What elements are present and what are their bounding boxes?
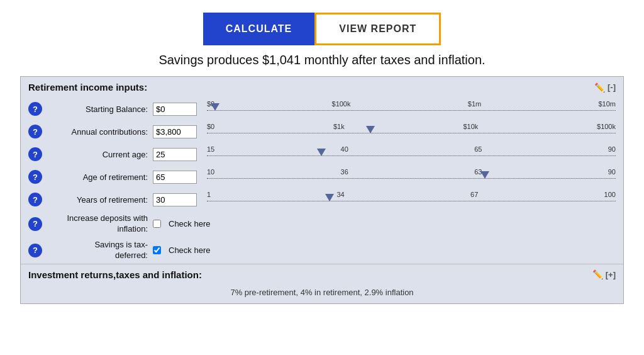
years-of-retirement-slider-labels: 13467100: [207, 191, 616, 198]
current-age-track: [207, 155, 616, 156]
investment-section-header: Investment returns,taxes and inflation: …: [21, 264, 623, 285]
investment-section-title: Investment returns,taxes and inflation:: [28, 269, 202, 280]
annual-contributions-help-icon[interactable]: ?: [28, 125, 42, 138]
increase-deposits-checkbox[interactable]: [153, 220, 161, 228]
current-age-help-icon[interactable]: ?: [28, 147, 42, 161]
years-of-retirement-label: Years of retirement:: [47, 195, 148, 205]
retirement-inputs-section: Retirement income inputs: ✏️ [-] ? Start…: [21, 77, 623, 264]
starting-balance-track: [207, 110, 616, 111]
tax-deferred-checkbox[interactable]: [153, 246, 161, 254]
increase-deposits-row: ? Increase deposits withinflation: Check…: [21, 211, 623, 237]
years-of-retirement-row: ? Years of retirement: 13467100: [21, 188, 623, 211]
tax-deferred-help-icon[interactable]: ?: [28, 244, 42, 257]
investment-section: Investment returns,taxes and inflation: …: [21, 264, 623, 303]
tax-deferred-row: ? Savings is tax-deferred: Check here: [21, 237, 623, 264]
age-of-retirement-input[interactable]: [153, 171, 197, 184]
years-of-retirement-help-icon[interactable]: ?: [28, 193, 42, 206]
investment-edit-icon[interactable]: ✏️: [592, 269, 603, 279]
increase-deposits-help-icon[interactable]: ?: [28, 217, 42, 231]
years-of-retirement-slider[interactable]: 13467100: [207, 191, 616, 208]
starting-balance-input[interactable]: [153, 103, 197, 116]
current-age-slider-labels: 15406590: [207, 145, 616, 153]
age-of-retirement-thumb[interactable]: [480, 171, 489, 179]
starting-balance-slider-labels: $0$100k$1m$10m: [207, 100, 616, 108]
annual-contributions-track: [207, 133, 616, 133]
investment-subtitle: 7% pre-retirement, 4% in retirement, 2.9…: [21, 285, 623, 303]
current-age-row: ? Current age: 15406590: [21, 143, 623, 166]
result-subtitle: Savings produces $1,041 monthly after ta…: [158, 53, 485, 67]
starting-balance-label: Starting Balance:: [47, 104, 148, 114]
annual-contributions-slider[interactable]: $0$1k$10k$100k: [207, 123, 616, 140]
increase-deposits-check-text: Check here: [169, 219, 210, 228]
starting-balance-thumb[interactable]: [211, 103, 219, 111]
current-age-input[interactable]: [153, 148, 197, 161]
tax-deferred-label: Savings is tax-deferred:: [47, 240, 148, 261]
age-of-retirement-slider[interactable]: 10366390: [207, 168, 616, 186]
top-buttons: CALCULATE VIEW REPORT: [203, 13, 441, 45]
age-of-retirement-track: [207, 178, 616, 179]
current-age-slider[interactable]: 15406590: [207, 145, 616, 163]
years-of-retirement-input[interactable]: [153, 193, 197, 206]
age-of-retirement-label: Age of retirement:: [47, 172, 148, 182]
expand-button[interactable]: [+]: [606, 270, 616, 279]
years-of-retirement-track: [207, 201, 616, 201]
view-report-button[interactable]: VIEW REPORT: [314, 13, 441, 45]
age-of-retirement-row: ? Age of retirement: 10366390: [21, 166, 623, 188]
main-panel: Retirement income inputs: ✏️ [-] ? Start…: [20, 76, 624, 304]
age-of-retirement-help-icon[interactable]: ?: [28, 170, 42, 184]
starting-balance-slider[interactable]: $0$100k$1m$10m: [207, 100, 616, 118]
annual-contributions-thumb[interactable]: [366, 126, 375, 133]
starting-balance-help-icon[interactable]: ?: [28, 102, 42, 116]
current-age-label: Current age:: [47, 150, 148, 159]
retirement-section-header: Retirement income inputs: ✏️ [-]: [21, 77, 623, 98]
annual-contributions-slider-labels: $0$1k$10k$100k: [207, 123, 616, 130]
annual-contributions-label: Annual contributions:: [47, 127, 148, 137]
tax-deferred-check-text: Check here: [169, 245, 210, 255]
starting-balance-row: ? Starting Balance: $0$100k$1m$10m: [21, 98, 623, 120]
annual-contributions-input[interactable]: [153, 125, 197, 138]
collapse-button[interactable]: [-]: [608, 82, 616, 92]
retirement-section-title: Retirement income inputs:: [28, 82, 147, 93]
edit-icon[interactable]: ✏️: [594, 82, 605, 93]
annual-contributions-row: ? Annual contributions: $0$1k$10k$100k: [21, 120, 623, 143]
age-of-retirement-slider-labels: 10366390: [207, 168, 616, 176]
investment-section-controls: ✏️ [+]: [592, 269, 616, 279]
years-of-retirement-thumb[interactable]: [325, 194, 334, 201]
retirement-section-controls: ✏️ [-]: [594, 82, 616, 93]
current-age-thumb[interactable]: [317, 149, 326, 156]
increase-deposits-label: Increase deposits withinflation:: [47, 213, 148, 235]
calculate-button[interactable]: CALCULATE: [203, 13, 315, 45]
